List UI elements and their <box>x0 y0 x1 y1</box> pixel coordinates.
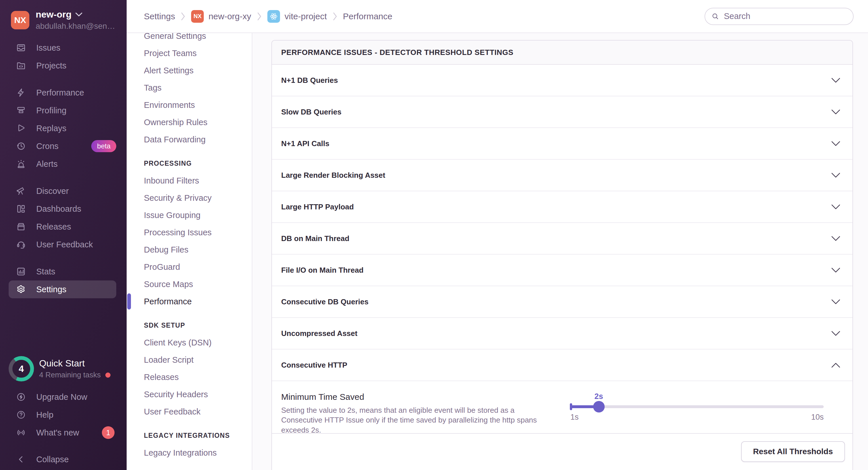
detector-label: Uncompressed Asset <box>281 329 358 338</box>
sidebar-item-dashboards[interactable]: Dashboards <box>0 200 127 218</box>
panel-title: PERFORMANCE ISSUES - DETECTOR THRESHOLD … <box>272 40 852 65</box>
slider-max-label: 10s <box>811 413 824 422</box>
sidebar-item-projects[interactable]: Projects <box>0 57 127 74</box>
sidebar-item-profiling[interactable]: Profiling <box>0 102 127 120</box>
sidebar-item-label: Discover <box>36 187 69 196</box>
search-box[interactable] <box>705 8 854 25</box>
settings-nav-item[interactable]: Legacy Integrations <box>144 444 252 461</box>
settings-nav-item[interactable]: Source Maps <box>144 275 252 293</box>
breadcrumb-project[interactable]: vite-project <box>267 10 327 23</box>
sidebar-item-label: Help <box>36 410 54 419</box>
settings-nav-item[interactable]: Security & Privacy <box>144 189 252 206</box>
chevron-down-icon <box>831 299 840 305</box>
sidebar-item-user-feedback[interactable]: User Feedback <box>0 236 127 254</box>
bar-chart-icon <box>16 267 26 276</box>
slider-handle[interactable] <box>593 401 604 412</box>
settings-nav-item[interactable]: Debug Files <box>144 241 252 258</box>
detector-row[interactable]: File I/O on Main Thread <box>272 255 852 286</box>
sidebar-item-discover[interactable]: Discover <box>0 182 127 200</box>
reset-all-thresholds-button[interactable]: Reset All Thresholds <box>741 441 845 462</box>
settings-nav-item[interactable]: General Settings <box>144 33 252 44</box>
chevron-down-icon <box>831 78 840 83</box>
org-meta: new-org abdullah.khan@sen… <box>36 9 115 31</box>
detector-label: File I/O on Main Thread <box>281 266 364 275</box>
detector-row[interactable]: Large HTTP Payload <box>272 191 852 223</box>
settings-nav-section-header: SDK SETUP <box>144 317 252 334</box>
threshold-slider: 2s 1s 10s <box>570 392 824 422</box>
settings-nav-item[interactable]: Inbound Filters <box>144 172 252 189</box>
settings-nav-item[interactable]: Issue Grouping <box>144 206 252 224</box>
breadcrumb-settings[interactable]: Settings <box>144 11 175 21</box>
settings-nav-item[interactable]: Client Keys (DSN) <box>144 334 252 351</box>
telescope-icon <box>16 186 26 196</box>
slider-min-label: 1s <box>570 413 579 422</box>
primary-nav: Issues Projects Performance Profiling Re… <box>0 39 127 298</box>
sidebar-item-alerts[interactable]: Alerts <box>0 155 127 173</box>
sidebar-item-stats[interactable]: Stats <box>0 263 127 280</box>
detector-row-consecutive-http[interactable]: Consecutive HTTP <box>272 349 852 381</box>
notification-dot <box>105 372 111 378</box>
sidebar-item-upgrade[interactable]: Upgrade Now <box>0 388 127 406</box>
settings-nav-section-header: PROCESSING <box>144 155 252 172</box>
settings-nav-item[interactable]: Loader Script <box>144 351 252 368</box>
detector-row[interactable]: N+1 DB Queries <box>272 65 852 96</box>
react-project-icon <box>267 10 280 23</box>
play-icon <box>16 124 26 133</box>
org-switcher[interactable]: NX new-org abdullah.khan@sen… <box>11 9 115 31</box>
detector-row[interactable]: Large Render Blocking Asset <box>272 160 852 191</box>
headset-icon <box>16 240 26 249</box>
breadcrumb-label: vite-project <box>285 11 327 21</box>
settings-nav-item-performance[interactable]: Performance <box>144 293 252 310</box>
sidebar-item-crons[interactable]: Crons beta <box>0 137 127 155</box>
chevron-right-icon <box>181 12 185 21</box>
top-header: Settings NX new-org-xy vite-project Perf… <box>127 0 868 33</box>
settings-nav-item[interactable]: Security Headers <box>144 386 252 403</box>
sidebar-item-issues[interactable]: Issues <box>0 39 127 57</box>
detector-row[interactable]: Uncompressed Asset <box>272 318 852 349</box>
search-input[interactable] <box>724 11 847 21</box>
sidebar-item-help[interactable]: Help <box>0 406 127 424</box>
sidebar-item-performance[interactable]: Performance <box>0 84 127 102</box>
sidebar-item-label: Crons <box>36 141 58 151</box>
sidebar-item-label: Releases <box>36 222 71 232</box>
sidebar-item-label: Replays <box>36 124 66 133</box>
sidebar: NX new-org abdullah.khan@sen… Issues Pro… <box>0 0 127 470</box>
settings-nav-item[interactable]: Project Teams <box>144 44 252 62</box>
settings-nav-item[interactable]: Environments <box>144 96 252 113</box>
breadcrumb-label: Settings <box>144 11 175 21</box>
sidebar-item-whats-new[interactable]: What's new 1 <box>0 424 127 441</box>
breadcrumb-page: Performance <box>343 11 393 21</box>
sidebar-item-label: Stats <box>36 267 55 276</box>
settings-nav-item[interactable]: Data Forwarding <box>144 131 252 148</box>
settings-nav-item[interactable]: ProGuard <box>144 258 252 275</box>
settings-nav-item[interactable]: User Feedback <box>144 403 252 420</box>
sidebar-item-settings[interactable]: Settings <box>9 280 116 298</box>
siren-icon <box>16 159 26 169</box>
settings-nav-item[interactable]: Processing Issues <box>144 224 252 241</box>
sidebar-item-label: Projects <box>36 61 66 70</box>
search-icon <box>711 12 719 21</box>
chevron-down-icon <box>831 173 840 178</box>
breadcrumb-org[interactable]: NX new-org-xy <box>191 10 251 23</box>
settings-nav-item[interactable]: Releases <box>144 368 252 386</box>
sidebar-item-replays[interactable]: Replays <box>0 120 127 137</box>
chevron-down-icon <box>831 331 840 336</box>
detector-row[interactable]: DB on Main Thread <box>272 223 852 255</box>
quick-start-panel[interactable]: 4 Quick Start 4 Remaining tasks <box>9 356 118 381</box>
profiling-icon <box>16 106 26 115</box>
org-email: abdullah.khan@sen… <box>36 22 115 31</box>
detector-row[interactable]: Slow DB Queries <box>272 96 852 128</box>
chevron-down-icon <box>831 109 840 115</box>
detector-label: Consecutive DB Queries <box>281 297 368 306</box>
chevron-down-icon <box>831 268 840 273</box>
threshold-detail: Minimum Time Saved Setting the value to … <box>272 381 852 434</box>
settings-nav-item[interactable]: Alert Settings <box>144 62 252 79</box>
collapse-button[interactable]: Collapse <box>0 450 127 468</box>
detector-row[interactable]: Consecutive DB Queries <box>272 286 852 318</box>
chevron-right-icon <box>257 12 261 21</box>
settings-nav-item[interactable]: Ownership Rules <box>144 113 252 131</box>
sidebar-item-releases[interactable]: Releases <box>0 218 127 236</box>
detector-row[interactable]: N+1 API Calls <box>272 128 852 160</box>
slider-track[interactable] <box>570 405 824 408</box>
settings-nav-item[interactable]: Tags <box>144 79 252 96</box>
